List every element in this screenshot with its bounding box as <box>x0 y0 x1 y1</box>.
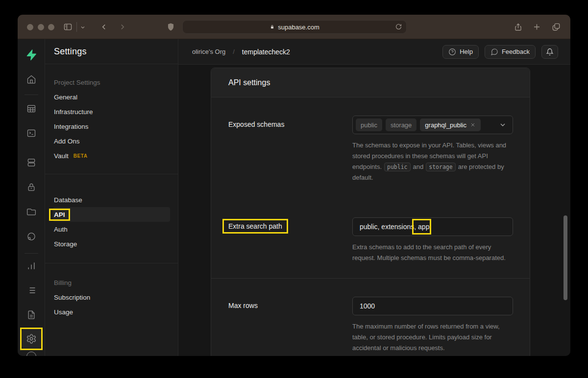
reload-icon[interactable] <box>395 23 402 32</box>
new-tab-icon[interactable] <box>532 22 541 32</box>
reports-icon[interactable] <box>26 261 36 271</box>
nav-group-billing: Billing Subscription Usage <box>45 263 178 330</box>
address-bar[interactable]: supabase.com <box>182 20 407 34</box>
lock-icon <box>270 24 275 30</box>
chevron-down-icon[interactable] <box>499 121 507 129</box>
inline-code-storage: storage <box>426 163 455 171</box>
exposed-schemas-multiselect[interactable]: public storage graphql_public <box>352 116 513 134</box>
nav-section-header: Project Settings <box>45 75 178 90</box>
storage-icon[interactable] <box>26 207 36 217</box>
sidebar-divider <box>24 94 38 95</box>
bell-icon <box>546 48 554 56</box>
nav-item-integrations[interactable]: Integrations <box>53 119 170 134</box>
auth-lock-icon[interactable] <box>26 182 36 192</box>
settings-gear-icon[interactable] <box>22 329 41 349</box>
exposed-schemas-label: Exposed schemas <box>228 116 352 183</box>
beta-badge: BETA <box>74 153 88 159</box>
nav-section-header: Billing <box>45 275 178 290</box>
help-icon <box>448 48 456 56</box>
remove-tag-icon[interactable] <box>470 122 476 128</box>
breadcrumb-org[interactable]: olirice's Org <box>192 48 225 55</box>
browser-toolbar: supabase.com <box>18 15 570 39</box>
max-rows-label: Max rows <box>228 297 352 354</box>
exposed-schemas-row: Exposed schemas public storage graphql_p… <box>211 116 530 183</box>
topbar-actions: Help Feedback <box>442 45 558 59</box>
highlighted-input-text: , app <box>414 223 429 231</box>
user-avatar[interactable] <box>26 352 36 356</box>
edge-functions-icon[interactable] <box>26 232 36 241</box>
nav-item-vault[interactable]: VaultBETA <box>53 148 170 163</box>
nav-item-auth[interactable]: Auth <box>53 222 170 236</box>
nav-group-product: Database API Auth Storage <box>45 174 178 263</box>
forward-icon[interactable] <box>118 23 127 31</box>
nav-item-infrastructure[interactable]: Infrastructure <box>53 104 170 119</box>
zoom-window-button[interactable] <box>48 24 54 30</box>
settings-content: API settings Exposed schemas public stor… <box>178 65 570 356</box>
main-area: olirice's Org / templatecheck2 Help Feed… <box>178 39 570 356</box>
table-editor-icon[interactable] <box>26 104 36 114</box>
app-frame: Settings Project Settings General Infras… <box>18 39 570 356</box>
card-title: API settings <box>228 78 270 87</box>
nav-item-database[interactable]: Database <box>53 192 170 207</box>
max-rows-description: The maximum number of rows returned from… <box>352 321 514 354</box>
sql-editor-icon[interactable] <box>26 128 36 138</box>
nav-item-usage[interactable]: Usage <box>53 305 170 319</box>
api-docs-icon[interactable] <box>26 310 36 320</box>
database-icon[interactable] <box>26 158 36 167</box>
max-rows-input[interactable]: 1000 <box>352 297 513 315</box>
back-icon[interactable] <box>99 23 108 31</box>
nav-group-project-settings: Project Settings General Infrastructure … <box>45 64 178 174</box>
tab-overview-icon[interactable] <box>551 22 561 32</box>
feedback-icon <box>490 48 498 56</box>
max-rows-row: Max rows 1000 The maximum number of rows… <box>211 297 530 354</box>
privacy-shield-icon[interactable] <box>166 22 175 32</box>
supabase-logo-icon[interactable] <box>25 48 38 61</box>
project-icon-sidebar <box>18 39 45 356</box>
extra-search-path-input[interactable]: public, extensions, app <box>352 217 513 236</box>
help-button[interactable]: Help <box>442 45 479 59</box>
sidebar-divider <box>24 253 38 254</box>
chevron-down-icon[interactable] <box>80 24 86 30</box>
close-window-button[interactable] <box>27 24 33 30</box>
extra-search-path-description: Extra schemas to add to the search path … <box>352 242 514 263</box>
breadcrumb-project[interactable]: templatecheck2 <box>242 48 290 56</box>
extra-search-path-label: Extra search path <box>228 217 352 263</box>
api-settings-card: API settings Exposed schemas public stor… <box>211 68 530 356</box>
feedback-button[interactable]: Feedback <box>485 45 536 59</box>
nav-item-subscription[interactable]: Subscription <box>53 290 170 305</box>
extra-search-path-row: Extra search path public, extensions, ap… <box>211 217 530 263</box>
minimize-window-button[interactable] <box>38 24 44 30</box>
schema-tag-public[interactable]: public <box>356 118 382 131</box>
schema-tag-graphql-public[interactable]: graphql_public <box>420 118 481 131</box>
home-icon[interactable] <box>26 74 36 84</box>
project-topbar: olirice's Org / templatecheck2 Help Feed… <box>178 39 570 65</box>
nav-item-storage[interactable]: Storage <box>53 236 170 251</box>
notifications-button[interactable] <box>541 45 558 59</box>
toolbar-divider <box>76 22 77 32</box>
schema-tag-storage[interactable]: storage <box>386 118 416 131</box>
sidebar-toggle-icon[interactable] <box>63 22 73 32</box>
share-icon[interactable] <box>514 22 523 32</box>
exposed-schemas-description: The schemas to expose in your API. Table… <box>352 140 514 183</box>
card-header: API settings <box>211 68 530 97</box>
nav-item-api[interactable]: API <box>53 207 170 222</box>
scrollbar-thumb[interactable] <box>564 215 567 300</box>
nav-item-general[interactable]: General <box>53 90 170 104</box>
browser-window: supabase.com <box>18 15 570 356</box>
url-text: supabase.com <box>278 24 319 31</box>
nav-item-add-ons[interactable]: Add Ons <box>53 134 170 148</box>
breadcrumb-separator: / <box>233 48 235 55</box>
settings-nav-panel: Settings Project Settings General Infras… <box>45 39 178 356</box>
settings-panel-title: Settings <box>45 39 178 64</box>
section-divider <box>211 278 530 279</box>
inline-code-public: public <box>384 163 411 171</box>
logs-icon[interactable] <box>26 285 36 295</box>
